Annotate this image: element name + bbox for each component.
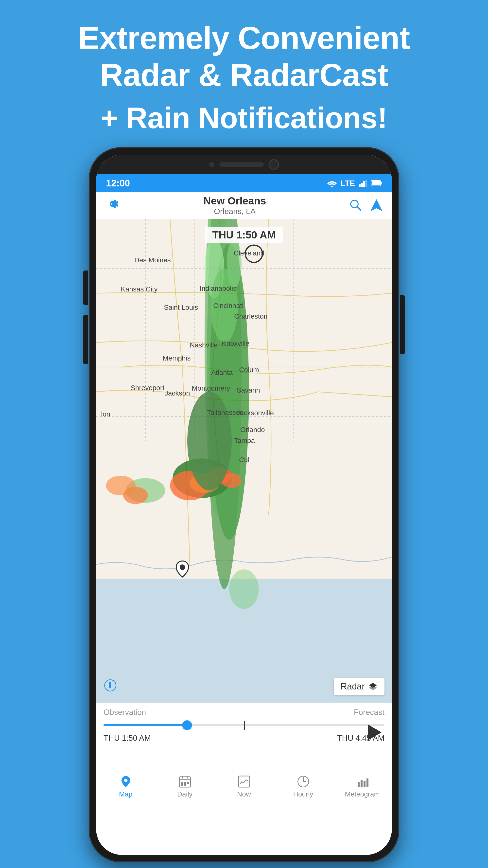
svg-rect-3 [363,181,365,187]
volume-button-top [83,271,88,305]
radar-label: Radar [340,681,365,692]
phone-notch [96,155,392,174]
lte-label: LTE [340,179,355,188]
radar-button[interactable]: Radar [334,678,385,695]
nav-tab-hourly[interactable]: Hourly [273,775,333,798]
svg-point-8 [351,200,358,208]
search-icon[interactable] [349,198,362,213]
hero-section: Extremely Convenient Radar & RadarCast +… [78,20,410,135]
city-name: New Orleans [121,195,349,207]
nav-label-daily: Daily [177,790,193,798]
hero-subtitle: + Rain Notifications! [78,101,410,135]
svg-point-36 [180,565,185,569]
city-region: Orleans, LA [121,207,349,216]
location-info: New Orleans Orleans, LA [121,195,349,216]
svg-rect-54 [358,782,360,786]
app-header: New Orleans Orleans, LA [96,192,392,219]
forecast-label: Forecast [354,708,385,717]
hero-title: Extremely Convenient Radar & RadarCast [78,20,410,93]
svg-rect-1 [359,184,361,187]
layers-icon [368,682,378,691]
map-nav-icon [119,775,133,788]
svg-rect-6 [381,182,382,184]
nav-tab-meteogram[interactable]: Meteogram [333,775,392,798]
svg-rect-48 [181,784,183,786]
svg-rect-47 [187,782,189,784]
play-triangle-icon [368,724,382,740]
svg-text:i: i [109,681,111,689]
notch-content [209,159,279,169]
timeline-divider [244,721,245,730]
map-timestamp: THU 1:50 AM [205,227,283,243]
svg-point-30 [211,269,238,342]
svg-point-35 [106,476,135,495]
bottom-navigation: Map Daily [96,762,392,811]
info-button[interactable]: i [103,679,117,695]
notch-dot-left [209,162,215,167]
svg-point-0 [331,186,333,187]
power-button [400,295,405,354]
svg-rect-45 [181,782,183,784]
nav-label-now: Now [237,790,251,798]
svg-point-31 [187,392,232,491]
nav-tab-now[interactable]: Now [215,775,273,798]
notch-speaker [219,162,264,167]
notch-camera [269,159,279,169]
timeline-thumb[interactable] [182,720,192,730]
svg-rect-57 [366,778,368,786]
timeline-start-time: THU 1:50 AM [103,734,151,743]
map-pin [175,560,190,582]
location-icon[interactable] [370,198,383,213]
now-nav-icon [237,775,251,788]
daily-nav-icon [178,775,192,788]
svg-rect-46 [184,782,186,784]
svg-rect-2 [361,183,363,187]
wifi-icon [327,179,337,187]
svg-rect-4 [365,180,367,187]
svg-marker-10 [371,200,381,210]
observation-label: Observation [103,708,146,717]
phone-screen: 12:00 LTE [96,155,392,855]
timeline-container: Observation Forecast THU 1:50 AM THU 4:4… [96,703,392,762]
svg-rect-7 [372,181,380,185]
hourly-nav-icon [296,775,310,788]
timeline-track[interactable] [103,724,385,726]
svg-rect-49 [184,784,186,786]
settings-icon[interactable] [105,196,121,215]
timeline-times: THU 1:50 AM THU 4:45 AM [103,734,385,743]
svg-line-9 [357,207,361,211]
phone-frame: 12:00 LTE [89,147,399,862]
nav-label-map: Map [119,790,132,798]
nav-label-meteogram: Meteogram [345,790,380,798]
svg-point-34 [229,569,259,609]
radar-overlay [96,219,392,703]
nav-label-hourly: Hourly [293,790,313,798]
map-container[interactable]: THU 1:50 AM i Radar [96,219,392,703]
status-icons: LTE [327,179,382,188]
phone-mockup: 12:00 LTE [89,147,399,862]
status-time: 12:00 [106,178,130,189]
play-button[interactable] [365,722,385,742]
header-actions [349,198,383,213]
battery-icon [371,180,382,186]
signal-icon [359,179,367,187]
meteogram-nav-icon [356,775,369,788]
status-bar: 12:00 LTE [96,174,392,192]
volume-button-bottom [83,315,88,364]
nav-tab-daily[interactable]: Daily [155,775,215,798]
svg-rect-55 [361,780,363,786]
nav-tab-map[interactable]: Map [96,775,155,798]
svg-rect-56 [363,781,365,786]
timeline-labels: Observation Forecast [103,708,385,717]
timeline-progress [103,724,188,726]
